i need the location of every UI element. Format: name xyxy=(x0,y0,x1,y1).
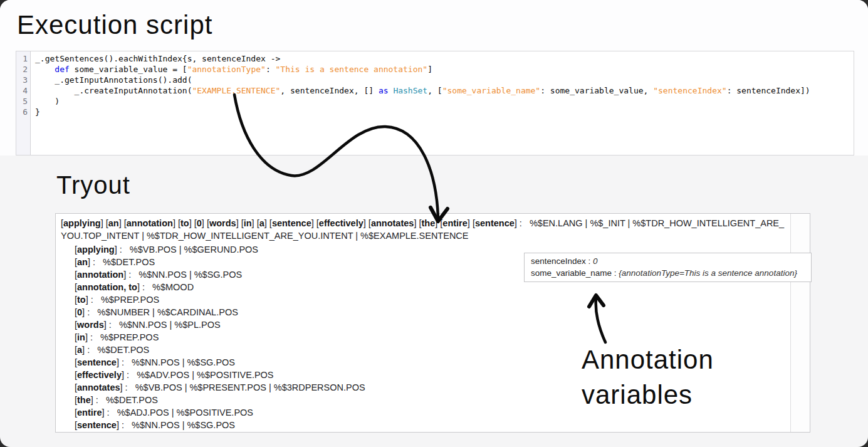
code-token-plain: : xyxy=(266,65,276,74)
token-word: an xyxy=(77,257,88,267)
token-word: 0 xyxy=(77,307,82,317)
tooltip-variable-row: some_variable_name : {annotationType=Thi… xyxy=(531,267,805,279)
token-word: applying xyxy=(77,245,115,255)
token-word: the xyxy=(77,395,91,405)
code-token-plain: ] xyxy=(427,65,432,74)
token-word: to xyxy=(180,218,189,228)
code-token-plain: } xyxy=(35,107,40,117)
code-token-plain: _.getSentences().eachWithIndex{s, senten… xyxy=(35,54,280,63)
code-line[interactable]: ) xyxy=(35,96,854,107)
token-word: entire xyxy=(442,218,468,228)
token-word: annotates xyxy=(77,382,120,392)
annotation-variables-tooltip: sentenceIndex : 0some_variable_name : {a… xyxy=(524,253,812,282)
token-word: entire xyxy=(77,408,102,418)
token-annotation-row: [sentence] : %$NN.POS | %$SG.POS xyxy=(61,419,788,431)
code-token-keyword: as xyxy=(379,86,389,95)
code-line[interactable]: def some_variable_value = ["annotationTy… xyxy=(35,64,854,75)
token-word: the xyxy=(421,218,435,228)
code-token-plain: , [ xyxy=(427,86,442,95)
code-token-plain xyxy=(35,65,55,74)
code-line[interactable]: } xyxy=(35,107,854,117)
code-line[interactable]: _.getSentences().eachWithIndex{s, senten… xyxy=(35,53,854,64)
token-word: effectively xyxy=(319,218,363,228)
code-token-plain: _.createInputAnnotation( xyxy=(35,86,192,95)
code-token-plain: : some_variable_value, xyxy=(540,86,653,95)
code-token-plain: : sentenceIndex]) xyxy=(727,86,810,95)
code-token-class: HashSet xyxy=(393,86,427,95)
line-number-gutter: 123456 xyxy=(16,51,31,155)
token-word: to xyxy=(77,295,86,305)
execution-script-title: Execution script xyxy=(17,10,212,40)
code-token-keyword: def xyxy=(55,65,69,74)
tooltip-variable-value: {annotationType=This is a sentence annot… xyxy=(619,268,797,278)
tooltip-variable-label: some_variable_name : xyxy=(531,268,619,278)
screenshot-page: Execution script 123456 _.getSentences()… xyxy=(0,0,868,447)
token-word: in xyxy=(77,332,85,342)
token-word: words xyxy=(209,218,236,228)
token-word: applying xyxy=(63,218,101,228)
token-word: annotation xyxy=(127,218,173,228)
token-word: a xyxy=(259,218,264,228)
code-token-string: "sentenceIndex" xyxy=(653,86,726,95)
line-number: 2 xyxy=(16,64,30,75)
code-token-plain: _.getInputAnnotations().add( xyxy=(35,75,192,85)
token-word: annotates xyxy=(371,218,414,228)
tryout-sentence-line: [applying] [an] [annotation] [to] [0] [w… xyxy=(61,217,788,242)
token-annotation-row: [annotation, to] : %$MOOD xyxy=(61,281,788,293)
code-token-string: "EXAMPLE.SENTENCE" xyxy=(192,86,280,95)
token-word: annotation, to xyxy=(77,282,137,292)
token-word: a xyxy=(77,345,82,355)
token-annotation-row: [to] : %$PREP.POS xyxy=(61,293,788,306)
token-annotation-row: [words] : %$NN.POS | %$PL.POS xyxy=(61,318,788,331)
code-editor[interactable]: 123456 _.getSentences().eachWithIndex{s,… xyxy=(16,51,854,155)
code-token-plain: ) xyxy=(35,97,60,106)
note-line2: variables xyxy=(582,377,714,413)
token-annotation-row: [in] : %$PREP.POS xyxy=(61,331,788,344)
token-word: an xyxy=(108,218,119,228)
annotation-variables-note: Annotation variables xyxy=(582,342,714,413)
tooltip-variable-row: sentenceIndex : 0 xyxy=(531,255,805,267)
token-annotation-row: [0] : %$NUMBER | %$CARDINAL.POS xyxy=(61,306,788,318)
tryout-title: Tryout xyxy=(56,171,130,199)
line-number: 1 xyxy=(16,53,30,64)
token-word: sentence xyxy=(272,218,311,228)
token-word: in xyxy=(244,218,252,228)
token-word: effectively xyxy=(77,370,122,380)
token-word: sentence xyxy=(77,357,117,367)
note-line1: Annotation xyxy=(582,342,714,377)
line-number: 6 xyxy=(16,107,30,117)
code-token-plain: , sentenceIndex, [] xyxy=(280,86,379,95)
token-word: 0 xyxy=(197,218,202,228)
code-line[interactable]: _.getInputAnnotations().add( xyxy=(35,75,854,85)
code-token-plain: some_variable_value = [ xyxy=(70,65,187,74)
token-word: words xyxy=(77,320,104,330)
tooltip-variable-label: sentenceIndex : xyxy=(531,256,593,266)
line-number: 3 xyxy=(16,75,30,85)
code-line[interactable]: _.createInputAnnotation("EXAMPLE.SENTENC… xyxy=(35,85,854,96)
tooltip-variable-value: 0 xyxy=(593,256,598,266)
line-number: 4 xyxy=(16,85,30,96)
token-word: sentence xyxy=(77,420,117,430)
code-token-string: "This is a sentence annotation" xyxy=(276,65,428,74)
line-number: 5 xyxy=(16,96,30,107)
token-word: sentence xyxy=(475,218,515,228)
code-lines[interactable]: _.getSentences().eachWithIndex{s, senten… xyxy=(31,51,854,155)
token-word: annotation xyxy=(77,270,123,280)
tryout-scrollbar[interactable] xyxy=(790,214,810,432)
code-token-string: "annotationType" xyxy=(187,65,266,74)
code-token-string: "some_variable_name" xyxy=(442,86,541,95)
